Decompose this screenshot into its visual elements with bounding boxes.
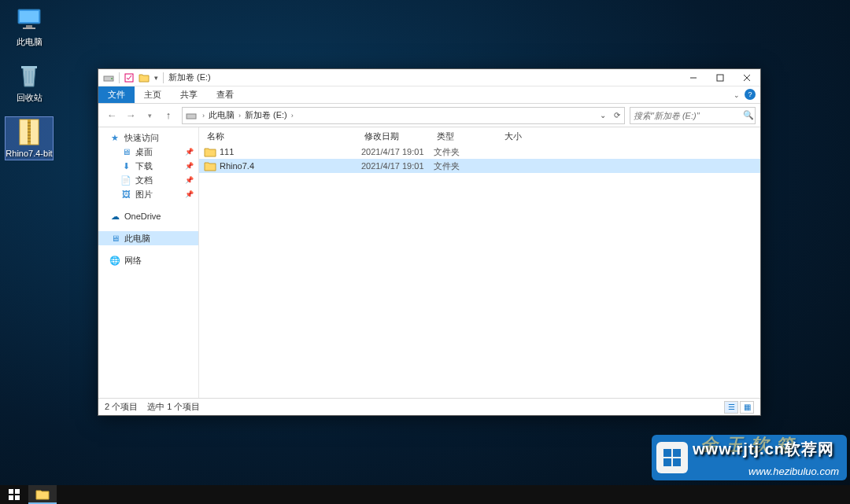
file-type: 文件夹 <box>434 160 501 172</box>
breadcrumb-pc[interactable]: 此电脑 <box>207 109 236 121</box>
refresh-icon[interactable]: ⟳ <box>610 107 624 124</box>
svg-rect-2 <box>26 25 32 28</box>
minimize-button[interactable] <box>680 69 707 86</box>
forward-button: → <box>122 107 139 124</box>
zip-icon <box>16 119 42 145</box>
file-row[interactable]: 111 2021/4/17 19:01 文件夹 <box>199 145 760 159</box>
file-date: 2021/4/17 19:01 <box>361 161 434 171</box>
folder-small-icon <box>139 73 150 83</box>
nav-label: 图片 <box>135 189 153 200</box>
nav-desktop[interactable]: 🖥桌面📌 <box>98 145 198 159</box>
up-button[interactable]: ↑ <box>160 107 177 124</box>
address-dropdown-icon[interactable]: ⌄ <box>596 107 610 124</box>
svg-point-8 <box>111 78 113 79</box>
tab-file[interactable]: 文件 <box>98 86 135 103</box>
nav-pictures[interactable]: 🖼图片📌 <box>98 187 198 201</box>
svg-rect-14 <box>187 114 196 119</box>
recent-dropdown[interactable]: ▾ <box>141 107 158 124</box>
start-button[interactable] <box>0 485 28 504</box>
chevron-right-icon[interactable]: › <box>289 112 296 120</box>
file-list[interactable]: 111 2021/4/17 19:01 文件夹 Rhino7.4 2021/4/… <box>199 145 760 398</box>
close-button[interactable] <box>734 69 760 86</box>
qat-caret[interactable]: ▾ <box>154 74 158 82</box>
svg-rect-4 <box>21 66 37 68</box>
col-date[interactable]: 修改日期 <box>357 131 429 142</box>
pin-icon: 📌 <box>185 176 194 184</box>
content-pane: 名称 修改日期 类型 大小 111 2021/4/17 19:01 文件夹 Rh… <box>199 127 760 398</box>
ribbon-expand-icon[interactable]: ⌄ <box>734 91 740 99</box>
nav-label: OneDrive <box>124 212 161 221</box>
watermark-logo <box>656 442 688 473</box>
nav-network[interactable]: 🌐网络 <box>98 253 198 267</box>
back-button[interactable]: ← <box>103 107 120 124</box>
nav-downloads[interactable]: ⬇下载📌 <box>98 159 198 173</box>
svg-rect-11 <box>717 75 723 81</box>
desktop-icon-label: 回收站 <box>6 92 53 104</box>
file-date: 2021/4/17 19:01 <box>361 147 434 156</box>
pin-icon: 📌 <box>185 162 194 170</box>
tab-share[interactable]: 共享 <box>171 86 207 103</box>
svg-rect-1 <box>20 11 39 22</box>
svg-rect-22 <box>15 495 20 500</box>
nav-label: 快速访问 <box>124 132 159 144</box>
desktop-icon-thispc[interactable]: 此电脑 <box>5 5 54 50</box>
drive-icon <box>186 111 197 120</box>
file-name: Rhino7.4 <box>220 161 361 171</box>
breadcrumb-drive[interactable]: 新加卷 (E:) <box>243 109 289 121</box>
details-view-icon[interactable]: ☰ <box>724 401 738 414</box>
help-icon[interactable]: ? <box>745 89 756 100</box>
drive-icon <box>103 73 114 83</box>
trash-icon <box>16 62 42 89</box>
file-name: 111 <box>220 147 361 156</box>
chevron-right-icon[interactable]: › <box>236 112 243 120</box>
title-bar[interactable]: ▾ 新加卷 (E:) <box>98 69 760 86</box>
col-name[interactable]: 名称 <box>199 131 357 142</box>
svg-rect-3 <box>23 28 35 29</box>
col-size[interactable]: 大小 <box>497 131 560 142</box>
address-bar[interactable]: › 此电脑 › 新加卷 (E:) › ⌄ ⟳ <box>182 107 625 124</box>
svg-rect-18 <box>673 458 681 466</box>
file-row[interactable]: Rhino7.4 2021/4/17 19:01 文件夹 <box>199 159 760 173</box>
status-count: 2 个项目 <box>105 401 138 413</box>
network-icon: 🌐 <box>109 255 120 266</box>
body-split: ★快速访问 🖥桌面📌 ⬇下载📌 📄文档📌 🖼图片📌 ☁OneDrive 🖥此电脑… <box>98 127 760 398</box>
nav-label: 文档 <box>135 175 153 186</box>
ribbon-tabs: 文件 主页 共享 查看 ⌄ ? <box>98 86 760 104</box>
star-icon: ★ <box>109 132 120 143</box>
status-bar: 2 个项目 选中 1 个项目 ☰ ▦ <box>98 398 760 415</box>
nav-label: 桌面 <box>135 146 153 158</box>
nav-quick-access[interactable]: ★快速访问 <box>98 131 198 145</box>
taskbar <box>0 485 850 504</box>
desktop-icon-rhino[interactable]: Rhino7.4-bit <box>5 116 54 160</box>
maximize-button[interactable] <box>707 69 734 86</box>
search-input[interactable] <box>634 111 743 120</box>
desktop-icon-label: Rhino7.4-bit <box>6 149 53 158</box>
nav-onedrive[interactable]: ☁OneDrive <box>98 209 198 223</box>
desktop-icon-recycle[interactable]: 回收站 <box>5 61 54 105</box>
column-headers: 名称 修改日期 类型 大小 <box>199 127 760 145</box>
search-box[interactable]: 🔍 <box>630 107 756 124</box>
view-switcher: ☰ ▦ <box>724 401 754 414</box>
separator <box>119 72 120 83</box>
icons-view-icon[interactable]: ▦ <box>740 401 754 414</box>
tab-home[interactable]: 主页 <box>135 86 171 103</box>
document-icon: 📄 <box>120 175 131 186</box>
nav-label: 此电脑 <box>124 233 150 245</box>
tab-view[interactable]: 查看 <box>207 86 243 103</box>
desktop-icon: 🖥 <box>120 146 131 157</box>
svg-rect-21 <box>9 495 13 500</box>
svg-rect-20 <box>15 489 20 494</box>
checkbox-icon[interactable] <box>124 73 134 83</box>
nav-thispc[interactable]: 🖥此电脑 <box>98 231 198 245</box>
download-icon: ⬇ <box>120 160 131 171</box>
col-type[interactable]: 类型 <box>429 131 497 142</box>
qat-icons: ▾ <box>98 72 164 83</box>
search-icon[interactable]: 🔍 <box>743 110 754 120</box>
taskbar-explorer[interactable] <box>28 485 57 504</box>
cloud-icon: ☁ <box>109 211 120 222</box>
chevron-right-icon[interactable]: › <box>200 112 207 120</box>
pin-icon: 📌 <box>185 190 194 198</box>
svg-rect-16 <box>673 449 681 457</box>
nav-documents[interactable]: 📄文档📌 <box>98 173 198 187</box>
svg-rect-17 <box>663 458 671 466</box>
